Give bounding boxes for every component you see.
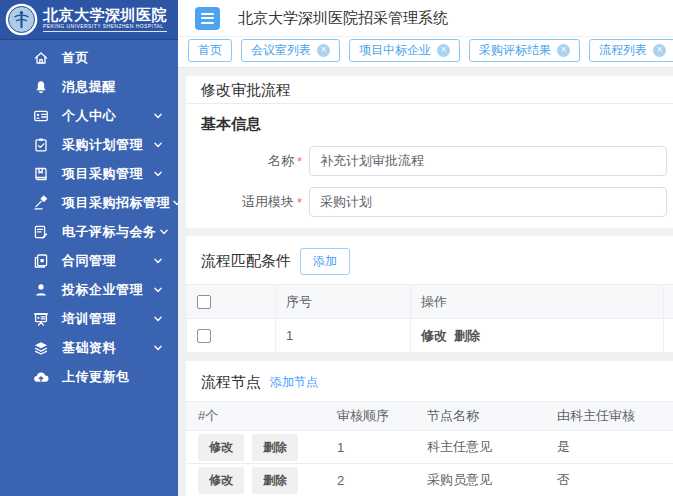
tab-1[interactable]: 会议室列表×	[241, 39, 340, 62]
match-conditions-head: 流程匹配条件 添加	[186, 236, 673, 284]
match-column-header-partial: 字	[664, 285, 673, 319]
nodes-table: #个审核顺序节点名称由科主任审核 修改删除1科主任意见是修改删除2采购员意见否	[186, 401, 673, 496]
field-label: 适用模块	[186, 193, 294, 211]
node-edit-button[interactable]: 修改	[198, 467, 244, 494]
field-input-0[interactable]	[309, 146, 667, 176]
form-row-0: 名称*	[186, 146, 667, 176]
sidebar-item-label: 培训管理	[62, 310, 151, 328]
node-dept-review-cell: 是	[545, 431, 673, 464]
hospital-emblem-icon	[5, 3, 38, 36]
nodes-card: 流程节点 添加节点 #个审核顺序节点名称由科主任审核 修改删除1科主任意见是修改…	[186, 361, 673, 496]
field-input-1[interactable]	[309, 187, 667, 217]
basic-info-form: 名称*适用模块*	[186, 146, 673, 217]
tab-close-icon[interactable]: ×	[653, 44, 666, 57]
sidebar-item-label: 项目采购管理	[62, 165, 151, 183]
nodes-column-header: #个	[186, 402, 325, 431]
gavel-icon	[33, 194, 50, 211]
match-column-header: 操作	[411, 285, 664, 319]
match-table-header-row: 序号操作字	[187, 285, 673, 319]
node-name-cell: 科主任意见	[415, 431, 545, 464]
document-edit-icon	[33, 223, 50, 240]
page-title: 修改审批流程	[186, 76, 673, 104]
tab-label: 项目中标企业	[359, 42, 431, 59]
tab-2[interactable]: 项目中标企业×	[349, 39, 460, 62]
add-condition-button[interactable]: 添加	[300, 248, 350, 275]
home-icon	[33, 49, 50, 66]
nodes-column-header: 节点名称	[415, 402, 545, 431]
clipboard-check-icon	[33, 136, 50, 153]
tab-label: 流程列表	[599, 42, 647, 59]
tab-4[interactable]: 流程列表×	[589, 39, 673, 62]
tab-bar: 首页会议室列表×项目中标企业×采购评标结果×流程列表×流程×	[178, 37, 673, 68]
sidebar-item-label: 电子评标与会务	[62, 223, 157, 241]
add-node-link[interactable]: 添加节点	[270, 374, 318, 391]
sidebar-item-base-data[interactable]: 基础资料	[0, 333, 178, 362]
sidebar-item-label: 采购计划管理	[62, 136, 151, 154]
tab-label: 采购评标结果	[479, 42, 551, 59]
sidebar: 北京大学深圳医院 PEKING UNIVERSITY SHENZHEN HOSP…	[0, 0, 178, 496]
sidebar-item-training[interactable]: 培训管理	[0, 304, 178, 333]
sidebar-item-label: 上传更新包	[62, 368, 165, 386]
chevron-down-icon	[170, 196, 184, 210]
required-asterisk: *	[297, 154, 302, 169]
app-window: 北京大学深圳医院 PEKING UNIVERSITY SHENZHEN HOSP…	[0, 0, 673, 496]
hospital-name-block: 北京大学深圳医院 PEKING UNIVERSITY SHENZHEN HOSP…	[43, 7, 167, 32]
sidebar-nav: 首页消息提醒个人中心采购计划管理项目采购管理项目采购招标管理电子评标与会务合同管…	[0, 40, 178, 391]
chevron-down-icon	[157, 225, 171, 239]
chevron-down-icon	[151, 138, 165, 152]
basic-info-card: 修改审批流程 基本信息 名称*适用模块*	[186, 76, 673, 228]
node-edit-button[interactable]: 修改	[198, 434, 244, 461]
sidebar-item-contracts[interactable]: 合同管理	[0, 246, 178, 275]
row-action-link[interactable]: 删除	[454, 328, 480, 343]
chevron-down-icon	[151, 254, 165, 268]
tab-close-icon[interactable]: ×	[317, 44, 330, 57]
sidebar-item-label: 消息提醒	[62, 78, 165, 96]
sidebar-item-label: 个人中心	[62, 107, 151, 125]
row-action-link[interactable]: 修改	[421, 328, 447, 343]
id-card-icon	[33, 107, 50, 124]
sidebar-item-label: 项目采购招标管理	[62, 194, 170, 212]
sidebar-item-project-bidding[interactable]: 项目采购招标管理	[0, 188, 178, 217]
required-asterisk: *	[297, 195, 302, 210]
sidebar-item-upload-package[interactable]: 上传更新包	[0, 362, 178, 391]
match-conditions-heading: 流程匹配条件	[201, 252, 291, 271]
layers-icon	[33, 339, 50, 356]
tab-close-icon[interactable]: ×	[557, 44, 570, 57]
match-conditions-card: 流程匹配条件 添加 序号操作字 1修改删除计	[186, 236, 673, 353]
sidebar-item-e-evaluation[interactable]: 电子评标与会务	[0, 217, 178, 246]
sidebar-item-label: 首页	[62, 49, 165, 67]
cloud-upload-icon	[33, 368, 50, 385]
tab-close-icon[interactable]: ×	[437, 44, 450, 57]
nodes-column-header: 由科主任审核	[545, 402, 673, 431]
hospital-logo: 北京大学深圳医院 PEKING UNIVERSITY SHENZHEN HOSP…	[0, 0, 178, 40]
chevron-down-icon	[151, 341, 165, 355]
sidebar-item-personal-center[interactable]: 个人中心	[0, 101, 178, 130]
select-all-checkbox[interactable]	[197, 295, 211, 309]
hospital-name: 北京大学深圳医院	[43, 7, 167, 22]
content: 修改审批流程 基本信息 名称*适用模块* 流程匹配条件 添加 序号操作字 1修改…	[178, 68, 673, 496]
sidebar-item-bidder-mgmt[interactable]: 投标企业管理	[0, 275, 178, 304]
sidebar-item-purchase-plan[interactable]: 采购计划管理	[0, 130, 178, 159]
menu-toggle-button[interactable]	[195, 7, 220, 30]
chevron-down-icon	[151, 109, 165, 123]
actions-cell: 修改删除	[411, 319, 664, 353]
chevron-down-icon	[151, 167, 165, 181]
sidebar-item-project-purchase[interactable]: 项目采购管理	[0, 159, 178, 188]
field-label: 名称	[186, 152, 294, 170]
tab-0[interactable]: 首页	[188, 39, 232, 62]
nodes-column-header: 审核顺序	[325, 402, 415, 431]
node-actions-cell: 修改删除	[186, 464, 325, 496]
seq-cell: 1	[276, 319, 411, 353]
user-icon	[33, 281, 50, 298]
node-delete-button[interactable]: 删除	[252, 434, 298, 461]
node-name-cell: 采购员意见	[415, 464, 545, 496]
partial-cell: 计	[664, 319, 673, 353]
contract-icon	[33, 252, 50, 269]
basic-info-heading: 基本信息	[186, 104, 673, 146]
sidebar-item-messages[interactable]: 消息提醒	[0, 72, 178, 101]
node-delete-button[interactable]: 删除	[252, 467, 298, 494]
tab-3[interactable]: 采购评标结果×	[469, 39, 580, 62]
nodes-table-row: 修改删除2采购员意见否	[186, 464, 673, 496]
row-checkbox[interactable]	[197, 329, 211, 343]
sidebar-item-home[interactable]: 首页	[0, 43, 178, 72]
